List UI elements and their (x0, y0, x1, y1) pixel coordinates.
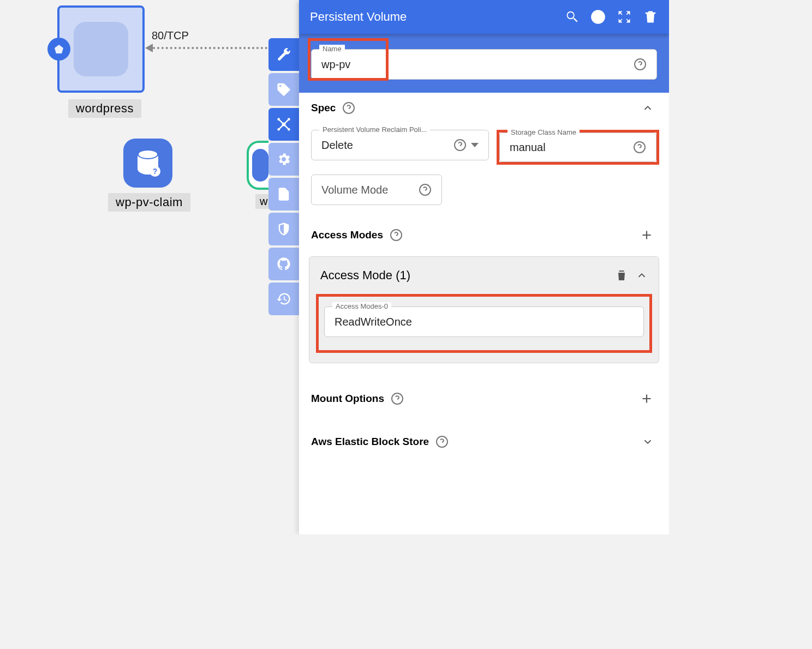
access-mode-item-header[interactable]: Access Mode (1) (309, 257, 659, 294)
github-icon (276, 256, 291, 272)
pvc-label: wp-pv-claim (108, 193, 190, 212)
edge-label: 80/TCP (152, 29, 189, 42)
delete-icon[interactable] (643, 9, 658, 25)
aws-ebs-label: Aws Elastic Block Store (311, 436, 429, 448)
network-icon (276, 117, 291, 132)
name-band: Name wp-pv (299, 34, 669, 93)
help-icon[interactable] (342, 101, 355, 115)
wordpress-node[interactable] (57, 5, 145, 93)
tab-tag[interactable] (268, 73, 299, 106)
access-mode-item-label: Access Mode (1) (320, 268, 607, 283)
spec-label: Spec (311, 102, 336, 114)
dropdown-caret-icon[interactable] (471, 143, 479, 147)
partial-node-inner (252, 149, 268, 182)
wordpress-node-inner (74, 22, 128, 76)
mount-options-header[interactable]: Mount Options (309, 383, 659, 412)
panel-header: Persistent Volume (299, 0, 669, 34)
tab-github[interactable] (268, 248, 299, 280)
help-icon[interactable] (390, 229, 403, 242)
tab-history[interactable] (268, 283, 299, 315)
access-modes-label: Access Modes (311, 229, 383, 241)
wrench-icon (276, 47, 291, 62)
reclaim-policy-label: Persistent Volume Reclaim Poli... (319, 125, 430, 134)
question-badge-icon: ? (150, 166, 160, 177)
help-icon[interactable] (590, 9, 606, 25)
wordpress-label: wordpress (68, 99, 141, 118)
name-field-label: Name (319, 45, 345, 53)
storage-class-field[interactable]: Storage Class Name manual (499, 133, 656, 162)
help-icon[interactable] (435, 435, 449, 448)
help-icon[interactable] (633, 141, 646, 154)
mount-options-label: Mount Options (311, 393, 384, 405)
name-field-value: wp-pv (321, 58, 634, 71)
add-icon[interactable] (640, 392, 654, 406)
add-icon[interactable] (640, 228, 654, 242)
access-mode-value-field[interactable]: Access Modes-0 ReadWriteOnce (324, 307, 644, 337)
shield-icon (276, 221, 291, 237)
arrowhead-icon (145, 44, 153, 52)
chevron-up-icon[interactable] (642, 102, 654, 114)
storage-class-label: Storage Class Name (507, 128, 580, 136)
tab-doc-search[interactable] (268, 178, 299, 211)
highlight-box: Access Modes-0 ReadWriteOnce (316, 294, 652, 353)
access-modes-header[interactable]: Access Modes (309, 219, 659, 249)
access-mode-item: Access Mode (1) Access Modes-0 ReadWrite… (309, 256, 659, 363)
reclaim-policy-field[interactable]: Persistent Volume Reclaim Poli... Delete (311, 130, 489, 160)
storage-class-value: manual (510, 141, 633, 154)
chevron-up-icon[interactable] (636, 269, 648, 281)
trash-icon[interactable] (615, 268, 628, 283)
help-icon[interactable] (419, 183, 432, 196)
help-icon[interactable] (391, 392, 404, 405)
tab-network[interactable] (268, 108, 299, 141)
tab-gear[interactable] (268, 143, 299, 176)
tab-shield[interactable] (268, 213, 299, 245)
panel-title: Persistent Volume (310, 10, 553, 24)
panel-sidebar (268, 38, 299, 317)
database-icon: ? (138, 152, 158, 175)
help-icon[interactable] (453, 139, 467, 152)
aws-ebs-header[interactable]: Aws Elastic Block Store (309, 426, 659, 455)
help-icon[interactable] (634, 58, 647, 71)
doc-search-icon (276, 187, 291, 202)
access-mode-value-label: Access Modes-0 (332, 302, 391, 310)
reclaim-policy-value: Delete (321, 139, 453, 152)
history-icon (276, 291, 291, 307)
volume-mode-label: Volume Mode (321, 184, 419, 196)
pvc-node[interactable]: ? (123, 139, 172, 188)
panel-body: Spec Persistent Volume Reclaim Poli... D… (299, 93, 669, 534)
chevron-down-icon[interactable] (642, 436, 654, 448)
properties-panel: Persistent Volume Name wp-pv Spec Persis… (299, 0, 669, 534)
diagram-canvas[interactable]: wordpress 80/TCP ? wp-pv-claim w (0, 0, 273, 534)
search-icon[interactable] (564, 9, 580, 25)
partial-node[interactable] (247, 141, 268, 190)
spec-section-header[interactable]: Spec (309, 93, 659, 121)
wordpress-port[interactable] (47, 38, 70, 61)
pentagon-icon (55, 45, 63, 53)
volume-mode-field[interactable]: Volume Mode (311, 175, 442, 205)
access-mode-value: ReadWriteOnce (335, 316, 634, 328)
gear-icon (276, 152, 291, 167)
tag-icon (276, 82, 291, 97)
edge-line (153, 47, 267, 49)
name-field[interactable]: Name wp-pv (311, 49, 657, 80)
fullscreen-icon[interactable] (617, 9, 632, 25)
tab-wrench[interactable] (268, 38, 299, 71)
